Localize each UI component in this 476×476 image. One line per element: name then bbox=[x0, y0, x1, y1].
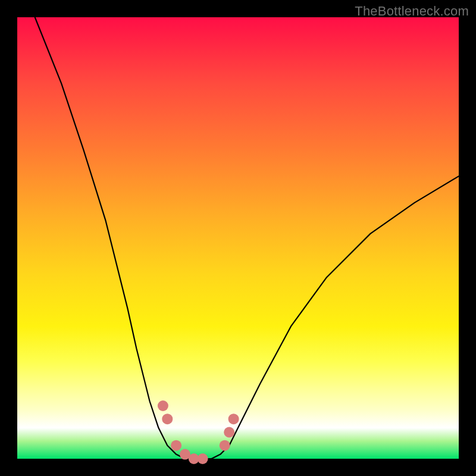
watermark-text: TheBottleneck.com bbox=[355, 4, 469, 19]
chart-plot-area bbox=[17, 17, 459, 459]
